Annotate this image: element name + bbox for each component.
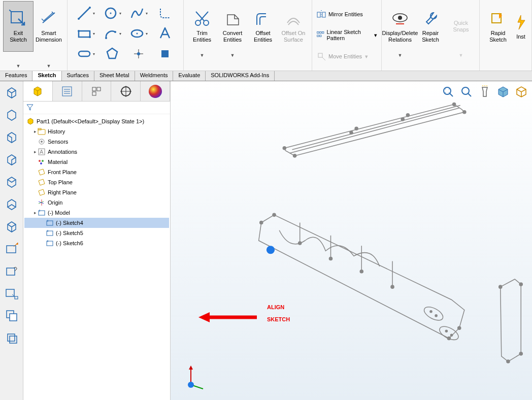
tree-root[interactable]: Part1 (Default<<Default>_Display State 1… xyxy=(24,116,169,126)
tree-item[interactable]: ▸(-) Model xyxy=(24,208,169,218)
point-tool[interactable] xyxy=(126,45,151,63)
tree-item[interactable]: Sensors xyxy=(24,137,169,147)
ribbon-group-sketch: Exit Sketch Smart Dimension ▼ ▼ xyxy=(0,0,68,71)
ribbon-group-relations: Display/Delete Relations Repair Sketch Q… xyxy=(382,0,480,71)
smart-dimension-icon xyxy=(40,10,58,28)
tree-item[interactable]: Material xyxy=(24,157,169,167)
tab-features[interactable]: Features xyxy=(0,71,32,81)
dimxpert-tab[interactable] xyxy=(111,81,141,101)
plane-icon xyxy=(157,46,173,61)
tab-sketch[interactable]: Sketch xyxy=(32,71,61,81)
arc-tool[interactable]: ▾ xyxy=(100,24,124,43)
config-manager-tab[interactable] xyxy=(82,81,112,101)
offset-button[interactable]: Offset Entities xyxy=(248,1,278,52)
tree-item[interactable]: ▸AAnnotations xyxy=(24,147,169,157)
tab-weldments[interactable]: Weldments xyxy=(135,71,174,81)
svg-rect-6 xyxy=(79,31,90,37)
point-icon xyxy=(131,46,146,61)
svg-rect-40 xyxy=(10,336,17,343)
sketch-icon xyxy=(46,219,54,227)
svg-point-10 xyxy=(114,31,116,33)
view-right-button[interactable] xyxy=(3,150,21,169)
view-iso-button[interactable] xyxy=(3,217,21,236)
tree-item[interactable]: ▸History xyxy=(24,126,169,137)
property-manager-tab[interactable] xyxy=(53,81,82,101)
svg-point-105 xyxy=(519,352,522,355)
svg-point-94 xyxy=(329,257,332,260)
rectangle-tool[interactable]: ▾ xyxy=(74,24,98,43)
tab-solidworks-add-ins[interactable]: SOLIDWORKS Add-Ins xyxy=(206,71,275,81)
svg-point-19 xyxy=(195,20,201,25)
tree-item[interactable]: (-) Sketch4 xyxy=(24,218,169,228)
trim-button[interactable]: Trim Entities xyxy=(187,1,217,52)
plane-tool[interactable] xyxy=(153,45,177,63)
copy-icon xyxy=(5,309,19,323)
relations-dropdown[interactable]: ▼ xyxy=(385,52,415,59)
copy-button[interactable] xyxy=(3,307,21,325)
display-relations-button[interactable]: Display/Delete Relations xyxy=(385,1,415,52)
svg-rect-38 xyxy=(10,314,17,321)
view-left-button[interactable] xyxy=(3,128,21,146)
trim-dropdown[interactable]: ▼ xyxy=(187,52,217,59)
plane-icon xyxy=(38,168,46,176)
tree-item[interactable]: Right Plane xyxy=(24,187,169,197)
options-button[interactable] xyxy=(3,262,21,280)
paste-button[interactable] xyxy=(3,329,21,347)
svg-point-100 xyxy=(435,315,437,317)
slot-tool[interactable]: ▾ xyxy=(74,45,98,63)
tree-item-label: Right Plane xyxy=(48,189,77,195)
tree-item[interactable]: Top Plane xyxy=(24,177,169,187)
svg-point-102 xyxy=(450,334,452,336)
smart-dimension-dropdown[interactable]: ▼ xyxy=(34,62,64,70)
tree-item[interactable]: Origin xyxy=(24,197,169,208)
graphics-viewport[interactable]: ALIGNSKETCH /*split annotation later*/ xyxy=(171,81,532,400)
fillet-tool[interactable] xyxy=(153,4,177,22)
linear-pattern-button[interactable]: Linear Sketch Pattern ▾ xyxy=(314,28,379,42)
svg-point-112 xyxy=(188,382,194,388)
feature-tree-tab[interactable] xyxy=(23,81,53,101)
line-tool[interactable]: ▾ xyxy=(74,4,98,22)
exit-sketch-dropdown[interactable]: ▼ xyxy=(3,62,34,70)
svg-point-90 xyxy=(273,213,276,216)
exit-sketch-button[interactable]: Exit Sketch xyxy=(3,1,34,52)
mirror-button[interactable]: Mirror Entities xyxy=(314,8,365,20)
normal-to-icon xyxy=(5,242,19,256)
svg-rect-18 xyxy=(161,50,169,57)
ellipse-tool[interactable]: ▾ xyxy=(126,24,151,43)
polygon-tool[interactable] xyxy=(100,45,124,63)
spline-tool[interactable]: ▾ xyxy=(126,4,151,22)
view-front-button[interactable] xyxy=(3,83,21,102)
instant-label: Inst xyxy=(516,34,525,40)
tab-surfaces[interactable]: Surfaces xyxy=(62,71,94,81)
text-icon xyxy=(157,26,173,41)
repair-button[interactable]: Repair Sketch xyxy=(415,1,446,52)
circle-tool[interactable]: ▾ xyxy=(100,4,124,22)
display-manager-tab[interactable] xyxy=(141,81,170,101)
normal-to-button[interactable] xyxy=(3,240,21,258)
tab-sheet-metal[interactable]: Sheet Metal xyxy=(94,71,135,81)
tree-item[interactable]: (-) Sketch5 xyxy=(24,228,169,238)
svg-rect-45 xyxy=(92,87,96,91)
smart-dimension-button[interactable]: Smart Dimension xyxy=(34,1,64,52)
instant-button[interactable]: Inst xyxy=(513,1,528,52)
tree-item[interactable]: (-) Sketch6 xyxy=(24,238,169,248)
offset-icon xyxy=(254,10,272,28)
move-button: Move Entities ▾ xyxy=(314,50,370,62)
offset-surface-label: Offset On Surface xyxy=(280,30,307,43)
folder-icon xyxy=(38,127,46,136)
convert-dropdown[interactable]: ▼ xyxy=(217,52,248,59)
align-sketch-button[interactable] xyxy=(3,284,21,303)
sketch-icon xyxy=(38,209,46,217)
convert-label: Convert Entities xyxy=(219,30,246,43)
view-bottom-button[interactable] xyxy=(3,195,21,213)
tree-item[interactable]: Front Plane xyxy=(24,167,169,177)
convert-button[interactable]: Convert Entities xyxy=(217,1,248,52)
svg-point-12 xyxy=(137,33,138,35)
tab-evaluate[interactable]: Evaluate xyxy=(173,71,206,81)
text-tool[interactable] xyxy=(153,24,177,43)
view-top-button[interactable] xyxy=(3,173,21,191)
filter-row[interactable] xyxy=(23,102,170,114)
view-back-button[interactable] xyxy=(3,106,21,124)
svg-rect-25 xyxy=(320,32,321,34)
rapid-sketch-button[interactable]: Rapid Sketch xyxy=(483,1,513,52)
